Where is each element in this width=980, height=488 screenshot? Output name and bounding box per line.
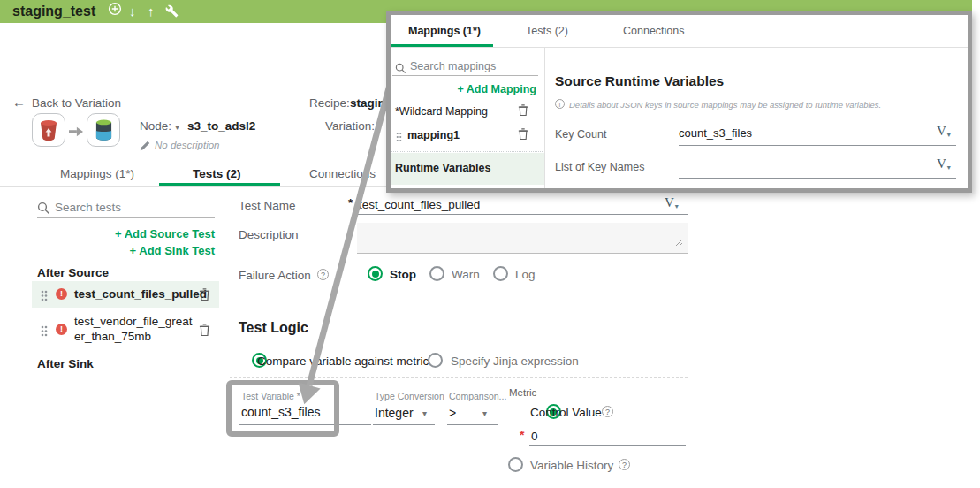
variable-picker-icon[interactable]: V▾	[937, 157, 951, 174]
tab-connections[interactable]: Connections	[309, 167, 376, 180]
test-error-icon: !	[56, 288, 67, 300]
test-item-label[interactable]: test_count_files_pulled	[74, 287, 207, 301]
test-list-item-selected[interactable]: ! test_count_files_pulled	[32, 281, 219, 308]
jinja-expression-radio[interactable]	[428, 353, 443, 368]
page-title: staging_test	[12, 4, 95, 19]
search-mappings-input[interactable]	[410, 60, 534, 72]
comparison-label: Comparison...	[449, 391, 506, 401]
test-name-underline	[357, 214, 688, 215]
description-input[interactable]	[357, 223, 688, 254]
failure-warn-label[interactable]: Warn	[452, 268, 480, 281]
sink-node-icon[interactable]	[87, 113, 120, 147]
search-mappings-underline	[392, 75, 538, 76]
node-connector-arrow-icon	[69, 125, 83, 141]
drag-handle-icon[interactable]	[396, 130, 402, 146]
test-name-input[interactable]	[359, 198, 650, 211]
section-divider	[230, 377, 688, 378]
jinja-expression-label[interactable]: Specify Jinja expression	[451, 355, 579, 368]
list-of-key-names-underline	[679, 178, 956, 179]
trash-icon[interactable]	[199, 287, 210, 305]
list-of-key-names-label: List of Key Names	[555, 161, 644, 173]
failure-stop-radio[interactable]	[368, 266, 383, 281]
key-count-input[interactable]	[679, 126, 917, 140]
control-value-underline	[529, 445, 686, 446]
recipe-label: Recipe:	[309, 96, 350, 110]
failure-action-label: Failure Action	[239, 269, 311, 282]
node-select-caret-icon[interactable]: ▾	[175, 122, 179, 132]
variation-label: Variation:	[325, 119, 375, 133]
test-error-icon: !	[56, 324, 67, 335]
mapping-item-wildcard[interactable]: *Wildcard Mapping	[395, 105, 488, 118]
list-of-key-names-input[interactable]	[679, 159, 917, 172]
trash-icon[interactable]	[518, 127, 528, 144]
runtime-variables-info-text: Details about JSON keys in source mappin…	[569, 100, 881, 110]
runtime-variables-item[interactable]: Runtime Variables	[391, 153, 544, 185]
required-asterisk: *	[348, 196, 353, 210]
metric-label: Metric	[509, 387, 536, 398]
annotation-highlight-box	[226, 380, 339, 437]
runtime-variables-label[interactable]: Runtime Variables	[395, 162, 490, 174]
failure-action-help-icon[interactable]	[317, 269, 329, 280]
node-label: Node:	[140, 119, 171, 133]
add-mapping-button[interactable]: + Add Mapping	[435, 83, 536, 95]
settings-wrench-icon[interactable]	[165, 4, 179, 21]
after-source-heading: After Source	[37, 266, 109, 279]
test-list-item[interactable]: ! test_vendor_file_greater_than_75mb	[32, 311, 219, 348]
type-conversion-caret-icon[interactable]: ▾	[422, 408, 427, 418]
test-item-label[interactable]: test_vendor_file_greater_than_75mb	[74, 314, 198, 344]
trash-icon[interactable]	[199, 323, 210, 340]
tab-tests[interactable]: Tests (2)	[193, 167, 241, 180]
search-tests-input[interactable]	[55, 201, 205, 214]
comparison-select[interactable]: >	[449, 406, 456, 420]
overlay-tab-tests[interactable]: Tests (2)	[526, 25, 568, 37]
node-name-value[interactable]: s3_to_adsl2	[187, 119, 255, 133]
type-conversion-select[interactable]: Integer	[375, 406, 414, 420]
data-lake-cylinder-icon	[95, 118, 113, 141]
move-down-icon[interactable]: ↓	[129, 4, 136, 19]
drag-handle-icon[interactable]	[41, 289, 48, 305]
overlay-tab-mappings[interactable]: Mappings (1*)	[408, 25, 481, 37]
failure-log-radio[interactable]	[493, 266, 508, 281]
variable-history-radio[interactable]	[508, 457, 523, 472]
overlay-tab-connections[interactable]: Connections	[623, 25, 685, 37]
control-value-input[interactable]	[531, 430, 681, 443]
recipe-value: stagin	[350, 96, 385, 110]
add-node-icon[interactable]	[108, 2, 122, 19]
after-sink-heading: After Sink	[37, 357, 94, 370]
key-count-label: Key Count	[555, 128, 606, 141]
failure-stop-label[interactable]: Stop	[390, 268, 416, 281]
variable-picker-icon[interactable]: V▾	[937, 125, 951, 141]
move-up-icon[interactable]: ↑	[148, 4, 155, 19]
comparison-caret-icon[interactable]: ▾	[482, 408, 487, 418]
type-conversion-label: Type Conversion	[375, 391, 444, 401]
add-sink-test-button[interactable]: + Add Sink Test	[88, 244, 215, 257]
mapping-item-mapping1[interactable]: mapping1	[407, 129, 460, 141]
drag-handle-icon[interactable]	[41, 324, 48, 340]
node-description-placeholder[interactable]: No description	[155, 140, 220, 150]
variable-picker-icon[interactable]: V▾	[665, 196, 679, 213]
tab-mappings[interactable]: Mappings (1*)	[60, 167, 134, 180]
source-node-icon[interactable]	[32, 113, 65, 147]
key-count-underline	[679, 145, 956, 146]
test-name-label: Test Name	[239, 199, 296, 212]
back-to-variation-link[interactable]: Back to Variation	[32, 96, 121, 110]
type-conversion-underline	[373, 424, 435, 425]
add-source-test-button[interactable]: + Add Source Test	[88, 227, 215, 240]
control-value-help-icon[interactable]	[602, 406, 613, 417]
resize-handle-icon[interactable]	[675, 234, 683, 250]
trash-icon[interactable]	[518, 103, 528, 120]
failure-log-label[interactable]: Log	[515, 268, 536, 281]
variable-history-label[interactable]: Variable History	[530, 459, 613, 472]
overlay-tabs-divider	[391, 47, 968, 48]
overlay-column-divider	[544, 48, 545, 188]
failure-warn-radio[interactable]	[429, 266, 444, 281]
screen: staging_test ↓ ↑ ← Back to Variation Rec…	[0, 0, 980, 488]
back-arrow-icon[interactable]: ←	[12, 95, 26, 110]
control-value-label[interactable]: Control Value	[530, 406, 602, 419]
comparison-underline	[447, 424, 498, 425]
sidebar-divider	[224, 187, 224, 488]
edit-description-pencil-icon[interactable]	[140, 139, 150, 155]
source-runtime-variables-heading: Source Runtime Variables	[555, 73, 724, 89]
compare-metric-label[interactable]: Compare variable against metric	[257, 355, 429, 368]
variable-history-help-icon[interactable]	[619, 459, 630, 470]
